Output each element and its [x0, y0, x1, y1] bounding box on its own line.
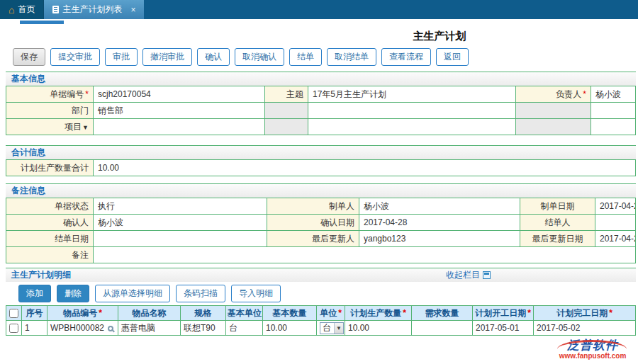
revoke-approval-button[interactable]: 撤消审批 [142, 48, 192, 66]
close-icon[interactable]: × [130, 5, 135, 15]
close-date-value [94, 231, 267, 247]
col-seq: 序号 [22, 306, 47, 321]
collapse-columns-link[interactable]: 收起栏目 [446, 268, 491, 282]
closer-value [595, 215, 636, 231]
cell-base-unit: 台 [226, 321, 263, 336]
doc-no-label: 单据编号* [6, 86, 94, 103]
cell-item-no[interactable]: WPBH000082 [47, 321, 118, 336]
doc-no-field[interactable]: scjh20170054 [94, 86, 265, 103]
dept-field[interactable]: 销售部 [94, 103, 265, 119]
update-date-value: 2017-04-28 [595, 231, 636, 247]
remarks-row-2: 确认人 杨小波 确认日期 2017-04-28 结单人 [6, 215, 636, 231]
section-remarks-title: 备注信息 [11, 184, 45, 198]
required-asterisk: * [99, 308, 102, 318]
delete-row-button[interactable]: 删除 [57, 285, 89, 302]
basic-info-table: 单据编号* scjh20170054 主题 17年5月主生产计划 负责人* 杨小… [6, 86, 636, 135]
remarks-row-1: 单据状态 执行 制单人 杨小波 制单日期 2017-04-28 [6, 198, 636, 215]
project-field[interactable] [94, 119, 265, 135]
confirmer-label: 确认人 [6, 215, 94, 231]
import-detail-button[interactable]: 导入明细 [231, 285, 281, 302]
subject-field[interactable]: 17年5月主生产计划 [308, 86, 516, 103]
owner-label: 负责人* [516, 86, 591, 103]
empty-cell [265, 103, 308, 119]
cancel-confirm-button[interactable]: 取消确认 [235, 48, 284, 66]
note-label: 备注 [6, 247, 94, 263]
confirm-date-label: 确认日期 [267, 215, 359, 231]
subject-label: 主题 [265, 86, 308, 103]
form-content: 基本信息 单据编号* scjh20170054 主题 17年5月主生产计划 负责… [0, 72, 638, 336]
note-field[interactable] [94, 247, 636, 263]
basic-row-2: 部门 销售部 [6, 103, 636, 119]
required-asterisk: * [527, 308, 531, 318]
col-item-no: 物品编号* [47, 306, 118, 321]
col-base-qty: 基本数量 [263, 306, 317, 321]
cell-spec[interactable]: 联想T90 [181, 321, 226, 336]
empty-field [308, 119, 516, 135]
view-flow-button[interactable]: 查看流程 [381, 48, 431, 66]
settle-button[interactable]: 结单 [289, 48, 322, 66]
cell-end-date[interactable]: 2017-05-02 [534, 321, 636, 336]
unit-select[interactable]: 台 ▼ [320, 322, 344, 334]
detail-grid-row: 1 WPBH000082 惠普电脑 联想T90 台 10.00 台 ▼ 10.0… [6, 321, 636, 336]
cell-item-name[interactable]: 惠普电脑 [118, 321, 181, 336]
empty-cell [516, 103, 591, 119]
closer-label: 结单人 [520, 215, 595, 231]
cell-start-date[interactable]: 2017-05-01 [473, 321, 534, 336]
remarks-row-note: 备注 [6, 247, 636, 263]
totals-table: 计划生产数量合计 10.00 [6, 159, 636, 176]
unit-select-value: 台 [323, 322, 331, 334]
confirm-date-value: 2017-04-28 [359, 215, 520, 231]
cell-unit: 台 ▼ [317, 321, 345, 336]
close-date-label: 结单日期 [6, 231, 94, 247]
doc-no-label-text: 单据编号 [50, 89, 84, 99]
caret-down-icon: ▼ [82, 124, 89, 131]
col-end-date: 计划完工日期* [534, 306, 636, 321]
section-detail: 主生产计划明细 收起栏目 [6, 268, 636, 282]
empty-cell [265, 119, 308, 135]
col-end-date-text: 计划完工日期 [556, 308, 608, 318]
confirm-button[interactable]: 确认 [197, 48, 230, 66]
save-button[interactable]: 保存 [13, 48, 45, 66]
cancel-settle-button[interactable]: 取消结单 [327, 48, 376, 66]
empty-field [591, 103, 636, 119]
main-toolbar: 保存 提交审批 审批 撤消审批 确认 取消确认 结单 取消结单 查看流程 返回 [0, 45, 638, 72]
section-basic-info: 基本信息 [6, 72, 636, 86]
required-asterisk: * [403, 308, 406, 318]
dept-label: 部门 [6, 103, 94, 119]
fanpu-watermark: 泛普软件 www.fanpusoft.com [550, 338, 635, 362]
search-icon[interactable] [108, 326, 113, 331]
cell-base-qty[interactable]: 10.00 [263, 321, 317, 336]
cell-demand-qty[interactable] [412, 321, 473, 336]
project-label[interactable]: 项目▼ [6, 119, 94, 135]
cell-plan-qty[interactable]: 10.00 [345, 321, 412, 336]
col-demand-qty: 需求数量 [412, 306, 473, 321]
section-basic-info-title: 基本信息 [11, 72, 45, 86]
cell-seq: 1 [22, 321, 47, 336]
owner-field[interactable]: 杨小波 [591, 86, 636, 103]
empty-field [308, 103, 516, 119]
collapse-columns-label: 收起栏目 [446, 268, 480, 282]
select-all-checkbox[interactable] [9, 309, 18, 318]
owner-label-text: 负责人 [556, 89, 581, 99]
submit-approval-button[interactable]: 提交审批 [50, 48, 100, 66]
select-from-source-button[interactable]: 从源单选择明细 [95, 285, 170, 302]
maker-label: 制单人 [267, 198, 359, 215]
detail-toolbar: 添加 删除 从源单选择明细 条码扫描 导入明细 [6, 282, 636, 305]
document-icon [52, 6, 59, 13]
row-checkbox[interactable] [9, 324, 18, 333]
active-tab-indicator [20, 21, 64, 24]
section-totals: 合计信息 [6, 145, 636, 159]
approve-button[interactable]: 审批 [105, 48, 138, 66]
tab-home[interactable]: ⌂ 首页 [0, 0, 44, 19]
maker-value: 杨小波 [359, 198, 520, 215]
col-item-no-text: 物品编号 [63, 308, 97, 318]
barcode-scan-button[interactable]: 条码扫描 [176, 285, 225, 302]
header-checkbox-cell [6, 306, 22, 321]
add-row-button[interactable]: 添加 [18, 285, 51, 302]
back-button[interactable]: 返回 [436, 48, 469, 66]
remarks-table: 单据状态 执行 制单人 杨小波 制单日期 2017-04-28 确认人 杨小波 … [6, 198, 636, 263]
tab-production-plan-list[interactable]: 主生产计划列表 × [44, 0, 144, 19]
col-start-date-text: 计划开工日期 [475, 308, 526, 318]
row-checkbox-cell [6, 321, 22, 336]
detail-grid: 序号 物品编号* 物品名称 规格 基本单位 基本数量 单位* 计划生产数量* 需… [6, 305, 636, 336]
